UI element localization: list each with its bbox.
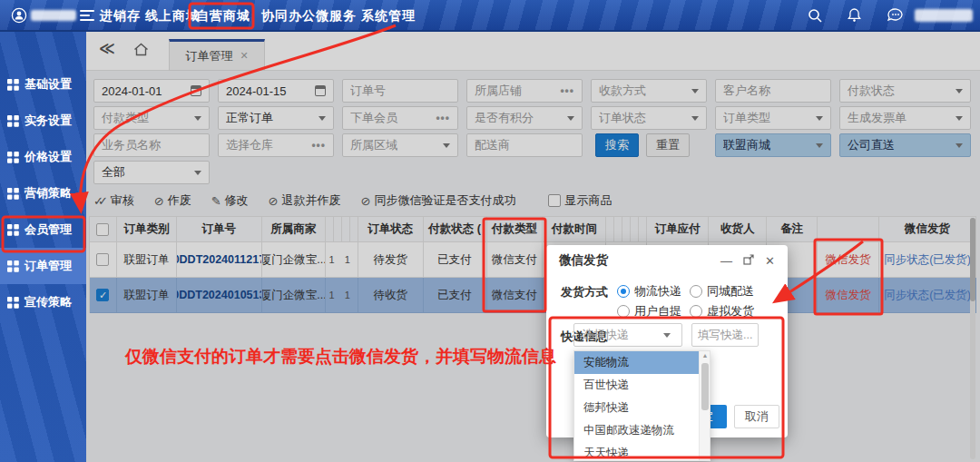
sidebar-item-practice-settings[interactable]: 实务设置 bbox=[0, 103, 86, 139]
has-points-select[interactable]: 是否有积分 bbox=[466, 106, 583, 130]
scrollbar-thumb[interactable] bbox=[701, 363, 709, 410]
pay-type-select[interactable]: 付款类型 bbox=[93, 106, 210, 130]
refund-void-button[interactable]: ⊘ 退款并作废 bbox=[269, 192, 341, 209]
region-select[interactable]: 所属区域 bbox=[342, 133, 458, 157]
header-pay-type[interactable]: 付款类型 bbox=[487, 217, 544, 242]
header-amount-due[interactable]: 订单应付 bbox=[647, 217, 709, 242]
checkbox-icon[interactable] bbox=[96, 223, 109, 236]
courier-option[interactable]: 德邦快递 bbox=[574, 397, 701, 419]
show-goods-checkbox[interactable]: 显示商品 bbox=[548, 192, 612, 209]
header-consignee[interactable]: 收货人 bbox=[709, 217, 767, 242]
sidebar-item-members[interactable]: 会员管理 bbox=[0, 211, 86, 248]
hamburger-menu-icon[interactable] bbox=[80, 10, 94, 24]
courier-option[interactable]: 安能物流 bbox=[574, 351, 701, 374]
pay-status-select[interactable]: 付款状态 bbox=[839, 79, 971, 103]
reset-button[interactable]: 重置 bbox=[646, 133, 690, 157]
sync-status-link[interactable]: 同步状态(已发货) bbox=[879, 278, 976, 313]
tracking-no-input[interactable]: 填写快递... bbox=[691, 323, 759, 347]
home-icon[interactable] bbox=[133, 43, 149, 60]
all-select[interactable]: 全部 bbox=[93, 161, 210, 184]
cancel-button[interactable]: 取消 bbox=[734, 405, 779, 428]
delivery-select[interactable]: 公司直送 bbox=[839, 133, 971, 157]
minimize-icon[interactable]: — bbox=[720, 255, 732, 267]
sidebar-item-basic-settings[interactable]: 基础设置 bbox=[0, 66, 86, 103]
nav-item-office[interactable]: 协同办公 bbox=[261, 8, 316, 25]
sidebar-item-price-settings[interactable]: 价格设置 bbox=[0, 139, 86, 175]
checkbox-icon[interactable] bbox=[96, 253, 109, 266]
message-icon[interactable] bbox=[887, 7, 904, 27]
void-button[interactable]: ⊘ 作废 bbox=[154, 192, 191, 209]
courier-option[interactable]: 中国邮政速递物流 bbox=[574, 419, 701, 442]
ellipsis-icon[interactable]: ••• bbox=[436, 112, 450, 124]
header-order-type[interactable]: 订单类别 bbox=[117, 217, 177, 242]
header-order-no[interactable]: 订单号 bbox=[177, 217, 262, 242]
audit-button[interactable]: ✓✓ 审核 bbox=[93, 192, 134, 209]
maximize-icon[interactable] bbox=[743, 254, 754, 267]
app-window: 进销存 线上商城 自营商城 协同办公 微服务 系统管理 基础设置 实务设置 价格… bbox=[0, 0, 980, 462]
customer-input[interactable]: 客户名称 bbox=[715, 79, 831, 103]
order-no-input[interactable]: 订单号 bbox=[342, 79, 458, 103]
header-pay-time[interactable]: 付款时间 bbox=[543, 217, 606, 242]
courier-input[interactable]: 配送商 bbox=[466, 133, 583, 157]
ellipsis-icon[interactable]: ••• bbox=[311, 139, 326, 152]
header-pay-status[interactable]: 付款状态 ( bbox=[424, 217, 487, 242]
sidebar-item-orders[interactable]: 订单管理 bbox=[0, 248, 86, 284]
warehouse-input[interactable]: 选择仓库 ••• bbox=[218, 133, 334, 157]
void-label: 作废 bbox=[168, 192, 191, 209]
cell-order-no[interactable]: 0DDT2024011217 bbox=[177, 242, 262, 278]
sync-wechat-button[interactable]: ⊘ 同步微信验证是否支付成功 bbox=[361, 192, 516, 209]
radio-virtual-ship[interactable]: 虚拟发货 bbox=[690, 303, 754, 319]
edit-label: 修改 bbox=[225, 192, 249, 209]
courier-option[interactable]: 天天快递 bbox=[574, 442, 701, 461]
tracking-no-placeholder: 填写快递... bbox=[698, 328, 752, 343]
header-merchant[interactable]: 所属商家 bbox=[262, 217, 326, 242]
search-icon[interactable] bbox=[808, 8, 823, 27]
ellipsis-icon[interactable]: ••• bbox=[560, 84, 574, 97]
scrollbar-thumb[interactable] bbox=[970, 218, 975, 301]
sidebar-item-marketing[interactable]: 营销策略 bbox=[0, 175, 86, 211]
tab-order-management[interactable]: 订单管理 ✕ bbox=[169, 39, 265, 71]
wechat-ship-link[interactable]: 微信发货 bbox=[818, 242, 879, 278]
member-input[interactable]: 下单会员 ••• bbox=[342, 106, 458, 130]
vertical-scrollbar[interactable] bbox=[970, 218, 975, 459]
date-to-field[interactable]: 2024-01-15 bbox=[218, 79, 334, 103]
nav-item-self-mall[interactable]: 自营商城 bbox=[196, 8, 250, 25]
chevron-down-icon bbox=[956, 116, 963, 121]
header-wechat-ship[interactable]: 微信发货 bbox=[879, 217, 976, 242]
order-type-select[interactable]: 订单类型 bbox=[715, 106, 831, 130]
invoice-select[interactable]: 生成发票单 bbox=[839, 106, 971, 130]
scroll-up-icon[interactable]: ▲ bbox=[700, 352, 710, 359]
search-button[interactable]: 搜索 bbox=[595, 133, 639, 157]
courier-select[interactable]: 选择快递 bbox=[573, 323, 682, 347]
dropdown-scrollbar[interactable]: ▲ bbox=[699, 351, 710, 460]
radio-self-pickup[interactable]: 用户自提 bbox=[617, 303, 681, 319]
shop-input[interactable]: 所属店铺 ••• bbox=[466, 79, 583, 103]
cell-order-no[interactable]: 0DDT2024010513 bbox=[177, 278, 262, 313]
radio-city-delivery[interactable]: 同城配送 bbox=[690, 283, 754, 300]
checkbox-checked-icon[interactable]: ✓ bbox=[96, 289, 109, 301]
chevron-down-icon bbox=[956, 89, 963, 93]
salesman-input[interactable]: 业务员名称 bbox=[93, 133, 210, 157]
header-remark[interactable]: 备注 bbox=[767, 217, 818, 242]
bell-icon[interactable] bbox=[847, 7, 862, 26]
mall-select[interactable]: 联盟商城 bbox=[715, 133, 831, 157]
close-icon[interactable]: ✕ bbox=[765, 255, 775, 267]
header-order-status[interactable]: 订单状态 bbox=[358, 217, 424, 242]
order-normal-select[interactable]: 正常订单 bbox=[218, 106, 334, 130]
radio-logistics[interactable]: 物流快递 bbox=[617, 283, 681, 300]
sync-status-link[interactable]: 同步状态(已发货) bbox=[879, 242, 976, 278]
courier-option[interactable]: 百世快递 bbox=[574, 374, 701, 397]
tab-close-icon[interactable]: ✕ bbox=[240, 50, 248, 62]
date-from-field[interactable]: 2024-01-01 bbox=[93, 79, 210, 103]
nav-item-microservice[interactable]: 微服务 bbox=[316, 8, 357, 25]
nav-item-inventory[interactable]: 进销存 bbox=[100, 8, 141, 25]
nav-item-system[interactable]: 系统管理 bbox=[361, 8, 416, 25]
sidebar-item-promotion[interactable]: 宣传策略 bbox=[0, 284, 86, 320]
payment-method-select[interactable]: 收款方式 bbox=[591, 79, 707, 103]
user-avatar-icon[interactable] bbox=[11, 7, 27, 27]
collapse-sidebar-icon[interactable]: ≪ bbox=[99, 39, 115, 58]
wechat-ship-link[interactable]: 微信发货 bbox=[818, 278, 879, 313]
order-status-select[interactable]: 订单状态 bbox=[591, 106, 707, 130]
nav-item-online-mall[interactable]: 线上商城 bbox=[145, 8, 200, 25]
edit-button[interactable]: ✎ 修改 bbox=[211, 192, 249, 209]
